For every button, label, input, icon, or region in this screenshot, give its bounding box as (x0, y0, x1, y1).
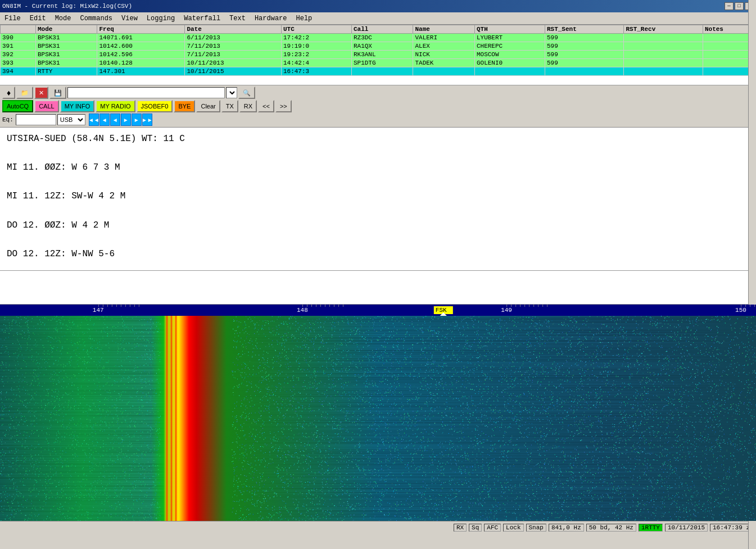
log-table-area: Mode Freq Date UTC Call Name QTH RST_Sen… (0, 25, 756, 85)
title-text: ON8IM - Current log: MixW2.log(CSV) (2, 3, 132, 10)
myradio-button[interactable]: MY RADIO (96, 100, 135, 112)
status-rate: 50 bd, 42 Hz (586, 524, 636, 532)
toolbar-row1: ♦ 📁 ✕ 💾 🔍 (2, 87, 754, 99)
rx-button[interactable]: RX (239, 100, 257, 112)
toolbar-row2: AutoCQ CALL MY INFO MY RADIO JSOBEF0 BYE… (2, 100, 754, 112)
status-snap: Snap (526, 524, 546, 532)
rw-6[interactable]: ►► (142, 114, 152, 126)
delete-button[interactable]: ✕ (34, 87, 48, 99)
log-tbody: 390BPSK3114071.6916/11/201317:42:2RZ3DCV… (1, 34, 756, 76)
jsobef-button[interactable]: JSOBEF0 (137, 100, 173, 112)
col-name: Name (413, 25, 474, 34)
minimize-button[interactable]: ─ (725, 2, 734, 10)
status-bar: RX Sq AFC Lock Snap 841,0 Hz 50 bd, 42 H… (0, 521, 756, 533)
save-button[interactable]: 💾 (49, 87, 66, 99)
text-line (7, 233, 749, 247)
scrollbar-right[interactable] (748, 128, 756, 271)
text-line (7, 175, 749, 190)
text-line (7, 147, 749, 161)
waterfall-container[interactable] (0, 305, 756, 521)
col-qth: QTH (474, 25, 545, 34)
waterfall-canvas[interactable] (0, 316, 756, 521)
status-freq: 841,0 Hz (549, 524, 584, 532)
rw-4[interactable]: ► (121, 114, 131, 126)
col-mode: Mode (35, 25, 97, 34)
status-lock: Lock (503, 524, 523, 532)
rw-1[interactable]: ◄◄ (89, 114, 99, 126)
col-rst-recv: RST_Recv (624, 25, 703, 34)
menu-waterfall[interactable]: Waterfall (182, 13, 223, 24)
freq-axis-canvas (0, 305, 756, 316)
status-sq: Sq (469, 524, 482, 532)
clear-button[interactable]: Clear (196, 100, 220, 112)
menu-text[interactable]: Text (227, 13, 248, 24)
prev-prev-button[interactable]: << (258, 100, 274, 112)
toolbar-row3: Eq: 0.147.301 USB LSB ◄◄ ◄ ◄ ► ► ►► (2, 114, 754, 126)
table-row[interactable]: 390BPSK3114071.6916/11/201317:42:2RZ3DCV… (1, 34, 756, 42)
menu-help[interactable]: Help (294, 13, 315, 24)
bye-button[interactable]: BYE (174, 100, 195, 112)
col-date: Date (185, 25, 282, 34)
table-row[interactable]: 394RTTY147.30110/11/201516:47:3 (1, 67, 756, 76)
menu-view[interactable]: View (119, 13, 140, 24)
table-row[interactable]: 392BPSK3110142.5967/11/201319:23:2RK3ANL… (1, 51, 756, 59)
text-line: DO 12. 12Z: W-NW 5-6 (7, 247, 749, 262)
menu-bar: File Edit Mode Commands View Logging Wat… (0, 12, 756, 25)
status-date: 10/11/2015 (665, 524, 708, 532)
rw-5[interactable]: ► (132, 114, 142, 126)
input-textarea[interactable] (2, 273, 754, 301)
rw-2[interactable]: ◄ (99, 114, 110, 126)
col-freq: Freq (97, 25, 185, 34)
next-next-button[interactable]: >> (275, 100, 292, 112)
search-button[interactable]: 🔍 (238, 87, 255, 99)
rw-3[interactable]: ◄ (110, 114, 120, 126)
freq-axis (0, 305, 756, 316)
open-button[interactable]: 📁 (16, 87, 33, 99)
text-line: UTSIRA-SUED (58.4N 5.1E) WT: 11 C (7, 132, 749, 147)
title-bar: ON8IM - Current log: MixW2.log(CSV) ─ □ … (0, 0, 756, 12)
status-afc: AFC (484, 524, 501, 532)
tx-button[interactable]: TX (221, 100, 238, 112)
menu-logging[interactable]: Logging (144, 13, 177, 24)
status-time: 16:47:39 z (710, 524, 753, 532)
myinfo-button[interactable]: MY INFO (60, 100, 95, 112)
menu-edit[interactable]: Edit (28, 13, 48, 24)
text-display-area: UTSIRA-SUED (58.4N 5.1E) WT: 11 C MI 11.… (0, 128, 756, 271)
input-area (0, 271, 756, 305)
text-line: MI 11. ØØZ: W 6 7 3 M (7, 161, 749, 175)
call-button[interactable]: CALL (34, 100, 59, 112)
table-row[interactable]: 393BPSK3110140.12810/11/201314:42:4SP1DT… (1, 59, 756, 67)
col-call: Call (351, 25, 413, 34)
autocq-button[interactable]: AutoCQ (2, 100, 33, 112)
maximize-button[interactable]: □ (735, 2, 744, 10)
col-rst-sent: RST_Sent (545, 25, 624, 34)
text-lines-container: UTSIRA-SUED (58.4N 5.1E) WT: 11 C MI 11.… (7, 132, 749, 261)
col-num (1, 25, 36, 34)
eq-label: Eq: (2, 116, 13, 123)
col-utc: UTC (281, 25, 351, 34)
status-rx: RX (454, 524, 467, 532)
menu-commands[interactable]: Commands (78, 13, 115, 24)
freq-input[interactable]: 0.147.301 (16, 114, 56, 125)
menu-file[interactable]: File (2, 13, 23, 24)
mode-select[interactable]: USB LSB (57, 114, 85, 125)
status-mode: iRTTY (639, 524, 663, 532)
text-line: MI 11. 12Z: SW-W 4 2 M (7, 189, 749, 204)
text-line (7, 204, 749, 219)
table-row[interactable]: 391BPSK3110142.6007/11/201319:19:0RA1QXA… (1, 42, 756, 51)
text-line: DO 12. ØØZ: W 4 2 M (7, 219, 749, 233)
menu-hardware[interactable]: Hardware (252, 13, 289, 24)
new-button[interactable]: ♦ (2, 87, 15, 99)
macro-input[interactable] (67, 87, 225, 98)
toolbar-area: ♦ 📁 ✕ 💾 🔍 AutoCQ CALL MY INFO MY RADIO J… (0, 85, 756, 128)
menu-mode[interactable]: Mode (53, 13, 74, 24)
rewind-row: ◄◄ ◄ ◄ ► ► ►► (89, 114, 152, 126)
macro-dropdown[interactable] (226, 87, 237, 98)
log-table: Mode Freq Date UTC Call Name QTH RST_Sen… (0, 25, 756, 76)
